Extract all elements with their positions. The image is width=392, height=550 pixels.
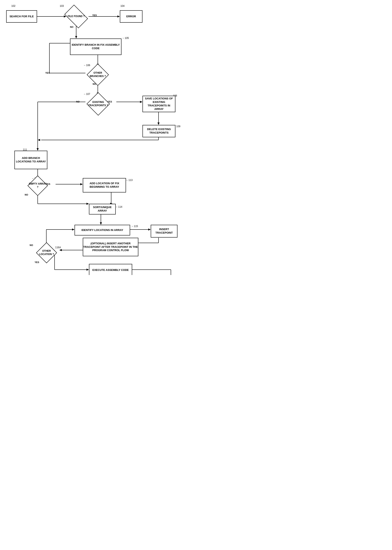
label-no-4: NO	[25, 194, 28, 196]
ref-114: ←114	[116, 205, 122, 208]
ref-104: 104	[120, 5, 125, 7]
label-no-3: NO	[76, 100, 80, 103]
flowchart-diagram: 102 SEARCH FOR FILE 103 FILE FOUND ? 104…	[0, 0, 196, 275]
empty-array-label: EMPTY ARRAY ?	[28, 179, 47, 192]
svg-marker-48	[86, 269, 89, 271]
ref-105: ←105	[122, 37, 129, 40]
ref-113: ←113	[126, 179, 133, 181]
add-branch-node: ADD BRANCH LOCATIONS TO ARRAY	[14, 151, 47, 169]
svg-marker-20	[38, 139, 40, 141]
label-yes-1: YES	[92, 14, 97, 16]
svg-marker-35	[100, 222, 102, 225]
delete-existing-node: DELETE EXISTING TRACEPOINTS	[142, 125, 175, 137]
save-locations-node: SAVE LOCATIONS OF EXISTING TRACEPOINTS I…	[142, 96, 175, 112]
label-no-5: NO	[30, 244, 33, 246]
ref-109: 109	[176, 125, 180, 128]
other-branches-label: OTHER BRANCHES ?	[89, 68, 107, 82]
existing-tracepoints-label: EXISTING TRACEPOINTS ?	[88, 96, 108, 111]
search-for-file-node: SEARCH FOR FILE	[6, 10, 37, 23]
ref-106: ←106	[84, 64, 90, 67]
file-found-label: FILE FOUND ?	[65, 10, 87, 23]
svg-marker-5	[75, 36, 77, 38]
svg-marker-3	[117, 15, 120, 17]
svg-marker-15	[140, 101, 142, 103]
ref-102: 102	[11, 5, 15, 7]
svg-marker-23	[37, 148, 39, 151]
label-no-1: NO	[70, 26, 73, 28]
svg-marker-30	[86, 203, 89, 205]
optional-insert-node: (OPTIONAL) INSERT ANOTHER TRACEPOINT AFT…	[83, 238, 138, 256]
label-no-2: NO	[93, 83, 96, 85]
insert-tracepoint-node: INSERT TRACEPOINT	[151, 225, 177, 237]
svg-marker-42	[59, 249, 62, 251]
ref-115: ←115	[131, 225, 138, 228]
error-node: ERROR	[120, 10, 142, 23]
label-yes-2: YES	[45, 72, 50, 74]
svg-marker-27	[80, 183, 83, 185]
ref-103: 103	[60, 5, 64, 7]
label-yes-5: YES	[35, 261, 39, 264]
execute-assembly-node: EXECUTE ASSEMBLY CODE	[89, 264, 132, 275]
add-location-node: ADD LOCATION OF FIX BEGINNING TO ARRAY	[83, 178, 126, 192]
identify-branch-node: IDENTIFY BRANCH IN FIX ASSEMBLY CODE	[70, 38, 121, 55]
svg-marker-17	[157, 122, 160, 125]
ref-107: ←107	[84, 93, 90, 96]
other-location-label: OTHER LOCATION ?	[37, 246, 56, 260]
svg-marker-44	[72, 229, 75, 230]
ref-116A: 116A	[55, 246, 61, 249]
svg-marker-37	[148, 229, 151, 230]
sort-unique-node: SORT/UNIQUE ARRAY	[89, 204, 116, 215]
identify-locations-node: IDENTIFY LOCATIONS IN ARRAY	[75, 225, 130, 236]
